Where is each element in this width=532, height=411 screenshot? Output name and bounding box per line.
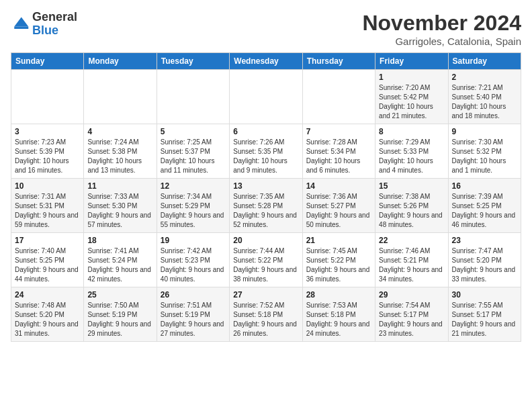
- day-info: Sunrise: 7:40 AM Sunset: 5:25 PM Dayligh…: [15, 246, 80, 284]
- day-info: Sunrise: 7:50 AM Sunset: 5:19 PM Dayligh…: [87, 301, 152, 338]
- day-info: Sunrise: 7:51 AM Sunset: 5:19 PM Dayligh…: [161, 301, 226, 338]
- day-info: Sunrise: 7:24 AM Sunset: 5:38 PM Dayligh…: [87, 138, 152, 175]
- day-number: 13: [233, 181, 298, 191]
- weekday-header-row: SundayMondayTuesdayWednesdayThursdayFrid…: [11, 53, 521, 70]
- day-number: 14: [306, 181, 371, 191]
- week-row-1: 3Sunrise: 7:23 AM Sunset: 5:39 PM Daylig…: [11, 124, 521, 179]
- day-number: 5: [161, 127, 226, 136]
- day-cell: 11Sunrise: 7:33 AM Sunset: 5:30 PM Dayli…: [84, 179, 157, 233]
- weekday-header-tuesday: Tuesday: [157, 53, 229, 70]
- day-cell: 1Sunrise: 7:20 AM Sunset: 5:42 PM Daylig…: [375, 70, 448, 124]
- day-number: 19: [161, 236, 226, 245]
- location: Garrigoles, Catalonia, Spain: [362, 36, 521, 47]
- month-year: November 2024: [362, 11, 521, 36]
- day-cell: 27Sunrise: 7:52 AM Sunset: 5:18 PM Dayli…: [230, 287, 302, 342]
- day-number: 8: [379, 127, 444, 136]
- day-info: Sunrise: 7:42 AM Sunset: 5:23 PM Dayligh…: [161, 246, 226, 284]
- day-cell: 24Sunrise: 7:48 AM Sunset: 5:20 PM Dayli…: [11, 287, 84, 342]
- day-info: Sunrise: 7:36 AM Sunset: 5:27 PM Dayligh…: [306, 192, 371, 230]
- day-cell: [302, 70, 375, 124]
- day-cell: 19Sunrise: 7:42 AM Sunset: 5:23 PM Dayli…: [157, 233, 229, 287]
- day-number: 11: [87, 181, 152, 191]
- day-number: 1: [379, 73, 444, 82]
- day-cell: 13Sunrise: 7:35 AM Sunset: 5:28 PM Dayli…: [230, 179, 302, 233]
- logo-general: General: [32, 10, 77, 24]
- day-info: Sunrise: 7:44 AM Sunset: 5:22 PM Dayligh…: [233, 246, 298, 284]
- logo-text: General Blue: [32, 11, 77, 38]
- day-info: Sunrise: 7:26 AM Sunset: 5:35 PM Dayligh…: [233, 138, 298, 175]
- day-cell: 3Sunrise: 7:23 AM Sunset: 5:39 PM Daylig…: [11, 124, 84, 179]
- logo-icon: [11, 15, 30, 34]
- day-info: Sunrise: 7:38 AM Sunset: 5:26 PM Dayligh…: [379, 192, 444, 230]
- logo-blue: Blue: [32, 24, 58, 37]
- day-cell: [11, 70, 84, 124]
- page-header: General Blue November 2024 Garrigoles, C…: [11, 11, 521, 47]
- day-number: 22: [379, 236, 444, 245]
- weekday-header-wednesday: Wednesday: [230, 53, 302, 70]
- day-number: 21: [306, 236, 371, 245]
- day-info: Sunrise: 7:45 AM Sunset: 5:22 PM Dayligh…: [306, 246, 371, 284]
- day-number: 28: [306, 290, 371, 300]
- day-info: Sunrise: 7:48 AM Sunset: 5:20 PM Dayligh…: [15, 301, 80, 338]
- day-number: 18: [87, 236, 152, 245]
- day-cell: 8Sunrise: 7:29 AM Sunset: 5:33 PM Daylig…: [375, 124, 448, 179]
- day-cell: 17Sunrise: 7:40 AM Sunset: 5:25 PM Dayli…: [11, 233, 84, 287]
- day-cell: 25Sunrise: 7:50 AM Sunset: 5:19 PM Dayli…: [84, 287, 157, 342]
- day-cell: 23Sunrise: 7:47 AM Sunset: 5:20 PM Dayli…: [448, 233, 521, 287]
- day-number: 10: [15, 181, 80, 191]
- day-cell: 16Sunrise: 7:39 AM Sunset: 5:25 PM Dayli…: [448, 179, 521, 233]
- day-cell: 9Sunrise: 7:30 AM Sunset: 5:32 PM Daylig…: [448, 124, 521, 179]
- day-number: 23: [452, 236, 517, 245]
- day-info: Sunrise: 7:39 AM Sunset: 5:25 PM Dayligh…: [452, 192, 517, 230]
- day-cell: 15Sunrise: 7:38 AM Sunset: 5:26 PM Dayli…: [375, 179, 448, 233]
- day-info: Sunrise: 7:33 AM Sunset: 5:30 PM Dayligh…: [87, 192, 152, 230]
- day-cell: 2Sunrise: 7:21 AM Sunset: 5:40 PM Daylig…: [448, 70, 521, 124]
- day-number: 15: [379, 181, 444, 191]
- day-number: 2: [452, 73, 517, 82]
- day-number: 3: [15, 127, 80, 136]
- day-cell: 18Sunrise: 7:41 AM Sunset: 5:24 PM Dayli…: [84, 233, 157, 287]
- day-number: 26: [161, 290, 226, 300]
- day-info: Sunrise: 7:47 AM Sunset: 5:20 PM Dayligh…: [452, 246, 517, 284]
- week-row-4: 24Sunrise: 7:48 AM Sunset: 5:20 PM Dayli…: [11, 287, 521, 342]
- day-cell: 14Sunrise: 7:36 AM Sunset: 5:27 PM Dayli…: [302, 179, 375, 233]
- day-cell: 4Sunrise: 7:24 AM Sunset: 5:38 PM Daylig…: [84, 124, 157, 179]
- day-cell: 26Sunrise: 7:51 AM Sunset: 5:19 PM Dayli…: [157, 287, 229, 342]
- weekday-header-thursday: Thursday: [302, 53, 375, 70]
- day-number: 6: [233, 127, 298, 136]
- week-row-0: 1Sunrise: 7:20 AM Sunset: 5:42 PM Daylig…: [11, 70, 521, 124]
- day-cell: 20Sunrise: 7:44 AM Sunset: 5:22 PM Dayli…: [230, 233, 302, 287]
- day-number: 16: [452, 181, 517, 191]
- week-row-2: 10Sunrise: 7:31 AM Sunset: 5:31 PM Dayli…: [11, 179, 521, 233]
- day-info: Sunrise: 7:20 AM Sunset: 5:42 PM Dayligh…: [379, 83, 444, 121]
- day-cell: 21Sunrise: 7:45 AM Sunset: 5:22 PM Dayli…: [302, 233, 375, 287]
- day-info: Sunrise: 7:34 AM Sunset: 5:29 PM Dayligh…: [161, 192, 226, 230]
- day-number: 30: [452, 290, 517, 300]
- day-cell: 6Sunrise: 7:26 AM Sunset: 5:35 PM Daylig…: [230, 124, 302, 179]
- day-cell: 7Sunrise: 7:28 AM Sunset: 5:34 PM Daylig…: [302, 124, 375, 179]
- day-number: 17: [15, 236, 80, 245]
- day-info: Sunrise: 7:31 AM Sunset: 5:31 PM Dayligh…: [15, 192, 80, 230]
- week-row-3: 17Sunrise: 7:40 AM Sunset: 5:25 PM Dayli…: [11, 233, 521, 287]
- day-number: 20: [233, 236, 298, 245]
- day-cell: [84, 70, 157, 124]
- day-info: Sunrise: 7:35 AM Sunset: 5:28 PM Dayligh…: [233, 192, 298, 230]
- weekday-header-monday: Monday: [84, 53, 157, 70]
- day-info: Sunrise: 7:55 AM Sunset: 5:17 PM Dayligh…: [452, 301, 517, 338]
- day-cell: 29Sunrise: 7:54 AM Sunset: 5:17 PM Dayli…: [375, 287, 448, 342]
- calendar-table: SundayMondayTuesdayWednesdayThursdayFrid…: [11, 52, 521, 342]
- day-cell: 28Sunrise: 7:53 AM Sunset: 5:18 PM Dayli…: [302, 287, 375, 342]
- day-number: 25: [87, 290, 152, 300]
- day-info: Sunrise: 7:53 AM Sunset: 5:18 PM Dayligh…: [306, 301, 371, 338]
- day-cell: 22Sunrise: 7:46 AM Sunset: 5:21 PM Dayli…: [375, 233, 448, 287]
- day-number: 27: [233, 290, 298, 300]
- day-info: Sunrise: 7:28 AM Sunset: 5:34 PM Dayligh…: [306, 138, 371, 175]
- day-number: 24: [15, 290, 80, 300]
- day-number: 4: [87, 127, 152, 136]
- day-info: Sunrise: 7:52 AM Sunset: 5:18 PM Dayligh…: [233, 301, 298, 338]
- day-cell: 30Sunrise: 7:55 AM Sunset: 5:17 PM Dayli…: [448, 287, 521, 342]
- weekday-header-friday: Friday: [375, 53, 448, 70]
- day-info: Sunrise: 7:23 AM Sunset: 5:39 PM Dayligh…: [15, 138, 80, 175]
- day-cell: 5Sunrise: 7:25 AM Sunset: 5:37 PM Daylig…: [157, 124, 229, 179]
- day-number: 29: [379, 290, 444, 300]
